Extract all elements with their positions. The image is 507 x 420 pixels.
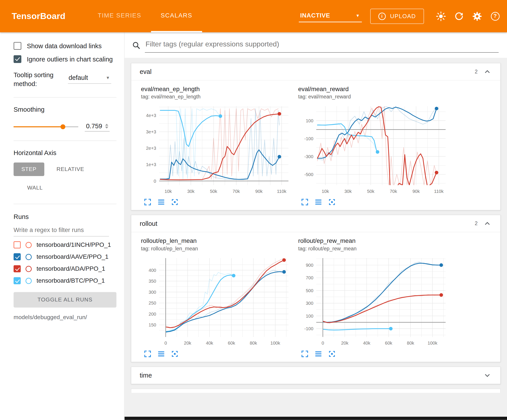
run-checkbox[interactable] — [14, 253, 21, 260]
fit-domain-button[interactable] — [171, 198, 179, 206]
chart-eval-mean-reward: eval/mean_reward tag: eval/mean_reward 1… — [298, 86, 450, 206]
chevron-down-icon: ▼ — [356, 13, 360, 18]
upload-button[interactable]: i UPLOAD — [370, 9, 424, 24]
toggle-all-runs-button[interactable]: TOGGLE ALL RUNS — [14, 292, 116, 307]
run-checkbox[interactable] — [14, 265, 21, 272]
axis-relative-button[interactable]: RELATIVE — [49, 163, 92, 176]
step-down-icon[interactable] — [105, 127, 108, 129]
axis-wall-button[interactable]: WALL — [20, 181, 50, 195]
data-table-button[interactable] — [157, 350, 165, 358]
svg-text:10k: 10k — [322, 189, 329, 194]
expand-chart-button[interactable] — [301, 350, 309, 358]
data-table-button[interactable] — [157, 198, 165, 206]
smoothing-slider[interactable] — [14, 124, 78, 130]
data-table-button[interactable] — [314, 350, 323, 358]
chart-plot[interactable]: 10k30k50k70k90k110k01e+32e+33e+34e+3 — [141, 102, 293, 197]
svg-text:-500: -500 — [304, 172, 313, 177]
horizontal-axis-buttons: STEP RELATIVE WALL — [14, 163, 114, 195]
data-table-button[interactable] — [314, 198, 323, 206]
run-row-1inch[interactable]: tensorboard/1INCH/PPO_1 — [14, 241, 118, 248]
refresh-button[interactable] — [453, 11, 465, 22]
chevron-down-icon — [483, 371, 492, 379]
chart-rollout-ep-rew-mean: rollout/ep_rew_mean tag: rollout/ep_rew_… — [298, 238, 450, 358]
smoothing-value-input[interactable]: 0.759 — [85, 122, 110, 131]
step-up-icon[interactable] — [105, 124, 108, 126]
settings-button[interactable] — [472, 11, 483, 22]
chart-actions — [298, 350, 450, 358]
collapse-section-button[interactable] — [483, 67, 492, 76]
chart-plot[interactable]: 020k40k60k80k100k-100100300500700900 — [298, 254, 450, 348]
svg-text:40k: 40k — [206, 340, 213, 345]
checkbox[interactable] — [14, 55, 21, 63]
run-checkbox[interactable] — [14, 241, 21, 248]
theme-toggle-button[interactable] — [435, 11, 446, 22]
svg-text:90k: 90k — [412, 189, 420, 194]
fit-domain-button[interactable] — [328, 350, 336, 358]
checkbox[interactable] — [14, 42, 21, 50]
chart-plot[interactable]: 020k40k60k80k100k150200250300350400 — [141, 254, 293, 348]
svg-text:30k: 30k — [344, 189, 352, 194]
upload-button-label: UPLOAD — [390, 13, 416, 20]
svg-text:0: 0 — [164, 340, 167, 345]
svg-text:0: 0 — [154, 179, 156, 184]
ignore-outliers-checkbox-row[interactable]: Ignore outliers in chart scaling — [14, 55, 118, 63]
section-card-time: time — [131, 367, 500, 384]
run-row-ada[interactable]: tensorboard/ADA/PPO_1 — [14, 265, 118, 272]
fit-domain-button[interactable] — [171, 350, 179, 358]
tab-scalars[interactable]: SCALARS — [151, 0, 202, 32]
section-header-time[interactable]: time — [131, 367, 500, 384]
expand-chart-button[interactable] — [144, 350, 152, 358]
svg-text:4e+3: 4e+3 — [146, 113, 156, 118]
run-checkbox[interactable] — [14, 277, 21, 284]
status-dropdown[interactable]: INACTIVE ▼ — [299, 10, 362, 22]
show-download-links-checkbox-row[interactable]: Show data download links — [14, 42, 118, 50]
expand-section-button[interactable] — [483, 371, 492, 380]
svg-text:700: 700 — [306, 275, 313, 280]
app-header: TensorBoard TIME SERIES SCALARS INACTIVE… — [0, 0, 507, 32]
help-button[interactable]: ? — [490, 11, 500, 22]
chart-title: rollout/ep_len_mean — [141, 238, 293, 245]
next-section-card-partial — [131, 389, 500, 393]
slider-thumb[interactable] — [60, 124, 65, 129]
svg-text:0: 0 — [322, 340, 324, 345]
run-row-aave[interactable]: tensorboard/AAVE/PPO_1 — [14, 253, 118, 260]
collapse-section-button[interactable] — [483, 219, 492, 228]
chart-actions — [298, 198, 450, 206]
section-header-eval[interactable]: eval 2 — [131, 63, 500, 80]
chevron-up-icon — [483, 68, 492, 76]
checkbox-label: Ignore outliers in chart scaling — [27, 55, 113, 63]
chart-plot[interactable]: 10k30k50k70k90k110k100-100-300-500 — [298, 102, 450, 197]
expand-chart-button[interactable] — [144, 198, 152, 206]
slider-fill — [14, 126, 63, 127]
section-title: rollout — [140, 220, 475, 227]
divider — [14, 140, 116, 141]
main-tabs: TIME SERIES SCALARS — [88, 0, 202, 32]
tag-filter-input[interactable] — [145, 38, 499, 53]
svg-text:20k: 20k — [184, 340, 191, 345]
chart-tag: tag: eval/mean_ep_length — [141, 94, 293, 100]
tooltip-sorting-dropdown[interactable]: default ▼ — [68, 73, 111, 84]
svg-text:70k: 70k — [390, 189, 397, 194]
axis-step-button[interactable]: STEP — [14, 163, 44, 176]
svg-text:100: 100 — [306, 313, 313, 318]
chart-actions — [141, 198, 293, 206]
stepper-arrows[interactable] — [105, 124, 108, 129]
svg-text:100: 100 — [306, 118, 313, 123]
run-row-btc[interactable]: tensorboard/BTC/PPO_1 — [14, 277, 118, 284]
expand-chart-button[interactable] — [301, 198, 309, 206]
section-header-rollout[interactable]: rollout 2 — [131, 215, 500, 232]
runs-directory-label: models/debugged_eval_run/ — [14, 314, 118, 321]
run-label: tensorboard/1INCH/PPO_1 — [36, 241, 111, 248]
chart-tag: tag: rollout/ep_len_mean — [141, 246, 293, 252]
chart-grid: rollout/ep_len_mean tag: rollout/ep_len_… — [131, 232, 500, 362]
divider — [14, 204, 116, 204]
horizontal-scrollbar[interactable] — [124, 417, 507, 420]
fit-domain-button[interactable] — [328, 198, 336, 206]
svg-text:50k: 50k — [367, 189, 375, 194]
svg-text:60k: 60k — [385, 340, 393, 345]
svg-text:100k: 100k — [428, 340, 437, 345]
runs-filter-input[interactable] — [14, 224, 109, 236]
svg-text:200: 200 — [148, 311, 156, 317]
chart-title: eval/mean_ep_length — [141, 86, 293, 93]
tab-time-series[interactable]: TIME SERIES — [88, 0, 151, 32]
